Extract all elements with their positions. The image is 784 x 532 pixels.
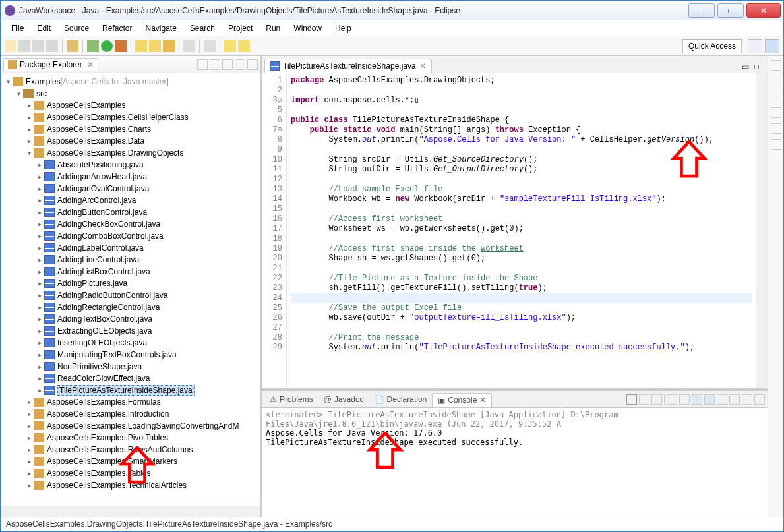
link-editor-icon[interactable] [210, 59, 220, 70]
menu-edit[interactable]: Edit [32, 22, 56, 34]
terminate-icon[interactable] [626, 394, 637, 405]
tree-node[interactable]: ▸AsposeCellsExamples.Charts [5, 123, 260, 135]
tab-problems[interactable]: ⚠ Problems [264, 393, 318, 406]
menu-window[interactable]: Window [288, 22, 327, 34]
maximize-editor-icon[interactable]: □ [754, 62, 765, 73]
save-icon[interactable] [18, 40, 30, 52]
console-output[interactable]: <terminated> TilePictureAsTextureInsideS… [262, 408, 768, 517]
new-class-icon[interactable] [149, 40, 161, 52]
run-last-icon[interactable] [115, 40, 127, 52]
tree-node[interactable]: ▸ExtractingOLEObjects.java [5, 325, 260, 337]
tree-node[interactable]: ▸ManipulatingTextBoxControls.java [5, 349, 260, 361]
tree-node[interactable]: ▸AsposeCellsExamples.Formulas [5, 396, 260, 408]
tree-node[interactable]: ▸AsposeCellsExamples.RowsAndColumns [5, 444, 260, 456]
tree-node[interactable]: ▸AsposeCellsExamples.Data [5, 135, 260, 147]
menu-help[interactable]: Help [330, 22, 357, 34]
tree-node[interactable]: ▸InsertingOLEObjects.java [5, 337, 260, 349]
open-perspective-icon[interactable] [748, 39, 762, 53]
maximize-view-icon[interactable] [247, 59, 258, 70]
menu-refactor[interactable]: Refactor [97, 22, 137, 34]
tree-node[interactable]: ▸AsposeCellsExamples.SmartMarkers [5, 456, 260, 467]
package-tree[interactable]: ▾Examples [Aspose.Cells-for-Java master]… [1, 73, 260, 506]
editor-tab[interactable]: TilePictureAsTextureInsideShape.java ✕ [264, 59, 432, 73]
max-console-icon[interactable] [754, 394, 765, 405]
run-icon[interactable] [101, 40, 113, 52]
package-explorer-tab[interactable]: Package Explorer ✕ [3, 58, 98, 71]
tree-node[interactable]: ▸AsposeCellsExamples [5, 100, 260, 111]
menu-navigate[interactable]: Navigate [140, 22, 181, 34]
tab-console[interactable]: ▣ Console ✕ [432, 393, 492, 407]
build-icon[interactable] [67, 40, 78, 52]
clear-console-icon[interactable] [667, 394, 677, 405]
view-menu-icon[interactable] [222, 59, 233, 70]
code-content[interactable]: package AsposeCellsExamples.DrawingObjec… [287, 73, 756, 388]
tree-node[interactable]: ▸AddinganArrowHead.java [5, 171, 260, 183]
tree-node[interactable]: ▸AddingLineControl.java [5, 254, 260, 266]
tree-node[interactable]: ▸AddingLabelControl.java [5, 242, 260, 254]
outline-icon[interactable] [771, 60, 781, 71]
tab-javadoc[interactable]: @ Javadoc [318, 393, 369, 406]
menu-project[interactable]: Project [223, 22, 258, 34]
tree-node[interactable]: ▸AsposeCellsExamples.CellsHelperClass [5, 111, 260, 123]
tree-node[interactable]: ▾Examples [Aspose.Cells-for-Java master] [5, 76, 260, 88]
properties-icon[interactable] [771, 123, 781, 134]
menu-source[interactable]: Source [59, 22, 94, 34]
tree-node[interactable]: ▸AddingArcControl.java [5, 194, 260, 206]
tree-node[interactable]: ▸TilePictureAsTextureInsideShape.java [5, 384, 260, 396]
open-console-icon[interactable] [729, 394, 740, 405]
tree-node[interactable]: ▸AddingRadioButtonControl.java [5, 289, 260, 301]
maximize-button[interactable]: □ [717, 3, 744, 18]
quick-access[interactable]: Quick Access [682, 39, 742, 53]
close-view-icon[interactable]: ✕ [87, 60, 94, 69]
tree-node[interactable]: ▸AddingCheckBoxControl.java [5, 218, 260, 230]
menu-search[interactable]: Search [185, 22, 220, 34]
close-tab-icon[interactable]: ✕ [419, 61, 426, 71]
close-button[interactable]: ✕ [746, 3, 781, 18]
back-icon[interactable] [224, 40, 236, 52]
pin-console-icon[interactable] [704, 394, 715, 405]
tree-node[interactable]: ▸AsposeCellsExamples.Introduction [5, 408, 260, 420]
tree-node[interactable]: ▸ReadColorGlowEffect.java [5, 372, 260, 384]
java-perspective-icon[interactable] [765, 39, 779, 53]
code-editor[interactable]: 123⊕567⊖89101112131415161718192021222324… [262, 73, 768, 388]
tree-node[interactable]: ▸AddingPictures.java [5, 278, 260, 289]
display-selected-icon[interactable] [717, 394, 727, 405]
tree-node[interactable]: ▸AddingTextBoxControl.java [5, 313, 260, 325]
tree-node[interactable]: ▸AsposeCellsExamples.LoadingSavingConver… [5, 420, 260, 432]
team-icon[interactable] [771, 139, 781, 150]
show-console-icon[interactable] [692, 394, 702, 405]
open-type-icon[interactable] [163, 40, 175, 52]
search-icon[interactable] [183, 40, 195, 52]
menu-run[interactable]: Run [260, 22, 286, 34]
menu-file[interactable]: File [6, 22, 29, 34]
tree-node[interactable]: ▸AsposeCellsExamples.Tables [5, 467, 260, 479]
tree-node[interactable]: ▸AddinganOvalControl.java [5, 183, 260, 194]
print-icon[interactable] [46, 40, 58, 52]
tree-hscroll[interactable] [1, 506, 260, 517]
tree-node[interactable]: ▸AddingButtonControl.java [5, 206, 260, 218]
minimize-button[interactable]: — [688, 3, 715, 18]
toggle-mark-icon[interactable] [204, 40, 216, 52]
new-icon[interactable] [5, 40, 16, 52]
tree-node[interactable]: ▸AsposeCellsExamples.TechnicalArticles [5, 479, 260, 491]
remove-all-icon[interactable] [651, 394, 662, 405]
tree-node[interactable]: ▸AddingRectangleControl.java [5, 301, 260, 313]
collapse-all-icon[interactable] [197, 59, 208, 70]
tree-node[interactable]: ▸AddingListBoxControl.java [5, 266, 260, 278]
tree-node[interactable]: ▾AsposeCellsExamples.DrawingObjects [5, 147, 260, 159]
min-console-icon[interactable] [742, 394, 752, 405]
remove-launch-icon[interactable] [639, 394, 649, 405]
tab-declaration[interactable]: 📄 Declaration [369, 393, 433, 406]
tasks-icon[interactable] [771, 92, 781, 102]
debug-icon[interactable] [87, 40, 99, 52]
minimize-editor-icon[interactable]: ▭ [742, 62, 752, 73]
minimize-view-icon[interactable] [235, 59, 245, 70]
new-package-icon[interactable] [135, 40, 147, 52]
forward-icon[interactable] [238, 40, 250, 52]
tree-node[interactable]: ▸AddingComboBoxControl.java [5, 230, 260, 242]
tree-node[interactable]: ▾src [5, 88, 260, 100]
save-all-icon[interactable] [32, 40, 44, 52]
close-console-icon[interactable]: ✕ [479, 396, 486, 405]
tree-node[interactable]: ▸AbsolutePositioning.java [5, 159, 260, 171]
bookmarks-icon[interactable] [771, 107, 781, 118]
